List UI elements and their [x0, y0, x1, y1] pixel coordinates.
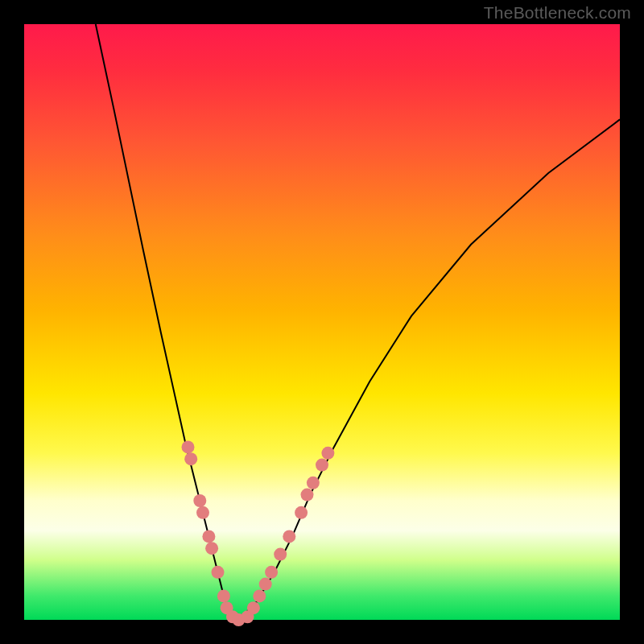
data-marker: [274, 548, 287, 561]
data-marker: [196, 506, 209, 519]
data-marker: [182, 440, 195, 453]
curve-right: [233, 119, 620, 620]
data-marker: [253, 589, 266, 602]
data-marker: [295, 506, 308, 519]
data-marker: [212, 566, 225, 579]
data-marker: [307, 477, 320, 489]
data-marker: [265, 566, 278, 579]
data-marker: [301, 489, 314, 502]
plot-area: [24, 24, 620, 620]
curve-left: [96, 24, 233, 620]
chart-svg: [24, 24, 620, 620]
data-marker: [283, 530, 295, 543]
chart-frame: TheBottleneck.com: [0, 0, 644, 644]
data-marker: [202, 530, 215, 543]
data-marker: [193, 494, 206, 507]
watermark-text: TheBottleneck.com: [484, 3, 631, 23]
markers-group: [182, 440, 335, 626]
data-marker: [205, 542, 218, 555]
data-marker: [217, 589, 230, 602]
data-marker: [321, 447, 334, 460]
data-marker: [184, 452, 197, 465]
data-marker: [316, 459, 328, 472]
data-marker: [259, 578, 272, 591]
data-marker: [247, 601, 260, 614]
